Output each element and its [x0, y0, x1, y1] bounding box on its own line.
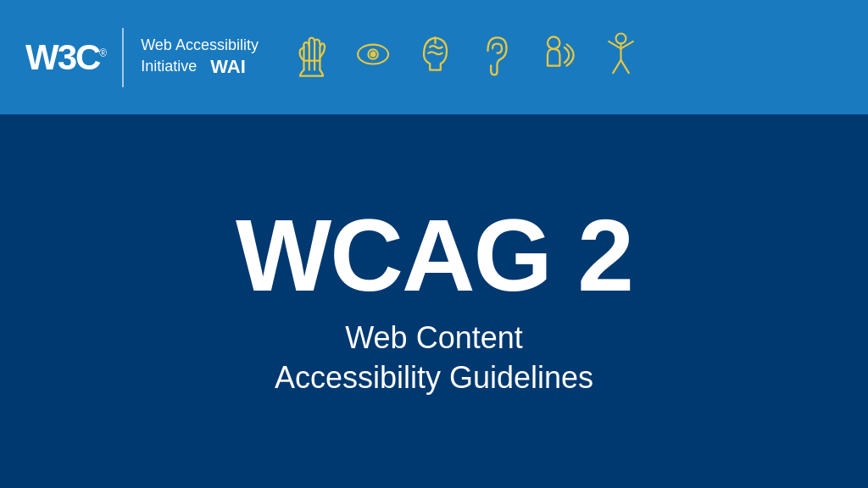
speech-icon [540, 31, 578, 83]
initiative-wai-line: Initiative WAI [141, 55, 259, 80]
ear-icon [478, 31, 516, 83]
svg-point-9 [615, 34, 626, 44]
registered-mark: ® [99, 47, 105, 59]
head-cognitive-icon [416, 31, 454, 83]
eye-icon [354, 31, 392, 83]
svg-point-6 [371, 53, 376, 57]
subtitle-line1: Web Content [345, 320, 522, 355]
wai-text-block: Web Accessibility Initiative WAI [141, 36, 259, 80]
hand-icon [292, 31, 331, 83]
wcag-subtitle: Web Content Accessibility Guidelines [275, 319, 593, 398]
web-accessibility-label: Web Accessibility [141, 36, 259, 55]
svg-point-8 [548, 36, 559, 48]
w3c-wordmark: W3C® [25, 40, 105, 75]
page-container: W3C® Web Accessibility Initiative WAI [0, 0, 868, 488]
subtitle-line2: Accessibility Guidelines [275, 360, 593, 395]
logo-area: W3C® Web Accessibility Initiative WAI [25, 28, 259, 87]
wcag-title: WCAG 2 [236, 204, 632, 306]
main-content: WCAG 2 Web Content Accessibility Guideli… [0, 114, 868, 488]
accessibility-icons [292, 31, 640, 83]
wai-acronym-label: WAI [210, 55, 246, 80]
initiative-label: Initiative [141, 57, 197, 76]
svg-line-13 [613, 60, 620, 73]
logo-divider [122, 28, 124, 87]
w3c-logo: W3C® [25, 40, 105, 75]
person-physical-icon [602, 31, 640, 83]
svg-line-14 [620, 60, 628, 73]
header-bar: W3C® Web Accessibility Initiative WAI [0, 0, 868, 114]
